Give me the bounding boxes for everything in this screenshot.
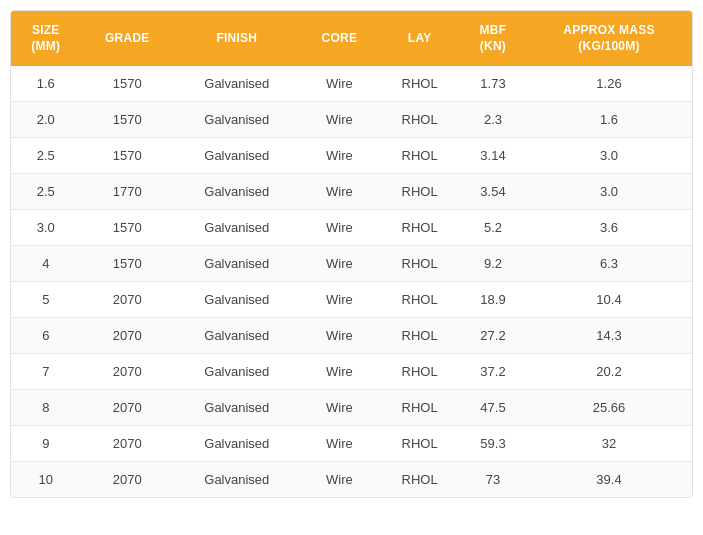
header-mbf: MBF(kN) (460, 11, 526, 66)
cell-size: 7 (11, 354, 81, 390)
cell-size: 3.0 (11, 210, 81, 246)
cell-core: Wire (299, 354, 379, 390)
cell-lay: RHOL (379, 318, 460, 354)
cell-finish: Galvanised (174, 390, 299, 426)
cell-grade: 1570 (81, 66, 175, 102)
table-header-row: SIZE(mm) GRADE FINISH CORE LAY MBF(kN) A… (11, 11, 692, 66)
cell-mbf: 27.2 (460, 318, 526, 354)
cell-lay: RHOL (379, 138, 460, 174)
cell-mbf: 9.2 (460, 246, 526, 282)
cell-grade: 2070 (81, 318, 175, 354)
cell-core: Wire (299, 174, 379, 210)
cell-core: Wire (299, 102, 379, 138)
cell-finish: Galvanised (174, 246, 299, 282)
cell-grade: 2070 (81, 282, 175, 318)
cell-size: 5 (11, 282, 81, 318)
cell-grade: 2070 (81, 462, 175, 498)
cell-grade: 1570 (81, 210, 175, 246)
cell-mbf: 59.3 (460, 426, 526, 462)
table-row: 52070GalvanisedWireRHOL18.910.4 (11, 282, 692, 318)
cell-approx_mass: 10.4 (526, 282, 692, 318)
cell-approx_mass: 25.66 (526, 390, 692, 426)
cell-finish: Galvanised (174, 102, 299, 138)
cell-size: 9 (11, 426, 81, 462)
cell-approx_mass: 3.6 (526, 210, 692, 246)
table-row: 2.51570GalvanisedWireRHOL3.143.0 (11, 138, 692, 174)
cell-finish: Galvanised (174, 354, 299, 390)
cell-size: 4 (11, 246, 81, 282)
table-row: 72070GalvanisedWireRHOL37.220.2 (11, 354, 692, 390)
cell-lay: RHOL (379, 174, 460, 210)
cell-finish: Galvanised (174, 174, 299, 210)
cell-finish: Galvanised (174, 210, 299, 246)
cell-approx_mass: 39.4 (526, 462, 692, 498)
cell-lay: RHOL (379, 426, 460, 462)
cell-core: Wire (299, 390, 379, 426)
cell-grade: 1770 (81, 174, 175, 210)
cell-grade: 2070 (81, 426, 175, 462)
cell-mbf: 3.54 (460, 174, 526, 210)
cell-approx_mass: 1.6 (526, 102, 692, 138)
cell-core: Wire (299, 318, 379, 354)
cell-lay: RHOL (379, 246, 460, 282)
cell-core: Wire (299, 426, 379, 462)
header-lay: LAY (379, 11, 460, 66)
cell-core: Wire (299, 282, 379, 318)
cell-finish: Galvanised (174, 462, 299, 498)
cell-lay: RHOL (379, 282, 460, 318)
cell-mbf: 3.14 (460, 138, 526, 174)
table-row: 1.61570GalvanisedWireRHOL1.731.26 (11, 66, 692, 102)
header-size: SIZE(mm) (11, 11, 81, 66)
table-row: 3.01570GalvanisedWireRHOL5.23.6 (11, 210, 692, 246)
cell-grade: 1570 (81, 102, 175, 138)
data-table: SIZE(mm) GRADE FINISH CORE LAY MBF(kN) A… (10, 10, 693, 498)
cell-mbf: 1.73 (460, 66, 526, 102)
table-row: 92070GalvanisedWireRHOL59.332 (11, 426, 692, 462)
cell-grade: 1570 (81, 138, 175, 174)
cell-core: Wire (299, 138, 379, 174)
cell-approx_mass: 14.3 (526, 318, 692, 354)
cell-grade: 2070 (81, 354, 175, 390)
header-core: CORE (299, 11, 379, 66)
cell-mbf: 18.9 (460, 282, 526, 318)
cell-approx_mass: 3.0 (526, 174, 692, 210)
cell-finish: Galvanised (174, 282, 299, 318)
cell-size: 10 (11, 462, 81, 498)
cell-mbf: 73 (460, 462, 526, 498)
cell-approx_mass: 20.2 (526, 354, 692, 390)
cell-core: Wire (299, 66, 379, 102)
table-row: 2.01570GalvanisedWireRHOL2.31.6 (11, 102, 692, 138)
cell-mbf: 5.2 (460, 210, 526, 246)
cell-approx_mass: 6.3 (526, 246, 692, 282)
cell-grade: 2070 (81, 390, 175, 426)
table-row: 2.51770GalvanisedWireRHOL3.543.0 (11, 174, 692, 210)
cell-approx_mass: 1.26 (526, 66, 692, 102)
header-finish: FINISH (174, 11, 299, 66)
cell-size: 2.5 (11, 174, 81, 210)
cell-lay: RHOL (379, 354, 460, 390)
cell-finish: Galvanised (174, 318, 299, 354)
cell-finish: Galvanised (174, 426, 299, 462)
cell-lay: RHOL (379, 390, 460, 426)
header-approx-mass: APPROX MASS(kg/100m) (526, 11, 692, 66)
cell-size: 1.6 (11, 66, 81, 102)
cell-size: 8 (11, 390, 81, 426)
cell-lay: RHOL (379, 462, 460, 498)
cell-finish: Galvanised (174, 66, 299, 102)
cell-approx_mass: 32 (526, 426, 692, 462)
cell-lay: RHOL (379, 102, 460, 138)
cell-mbf: 47.5 (460, 390, 526, 426)
table-row: 102070GalvanisedWireRHOL7339.4 (11, 462, 692, 498)
cell-lay: RHOL (379, 210, 460, 246)
table-row: 82070GalvanisedWireRHOL47.525.66 (11, 390, 692, 426)
cell-mbf: 37.2 (460, 354, 526, 390)
cell-size: 6 (11, 318, 81, 354)
table-row: 62070GalvanisedWireRHOL27.214.3 (11, 318, 692, 354)
cell-core: Wire (299, 462, 379, 498)
cell-finish: Galvanised (174, 138, 299, 174)
table-row: 41570GalvanisedWireRHOL9.26.3 (11, 246, 692, 282)
cell-approx_mass: 3.0 (526, 138, 692, 174)
cell-grade: 1570 (81, 246, 175, 282)
cell-core: Wire (299, 210, 379, 246)
cell-size: 2.5 (11, 138, 81, 174)
